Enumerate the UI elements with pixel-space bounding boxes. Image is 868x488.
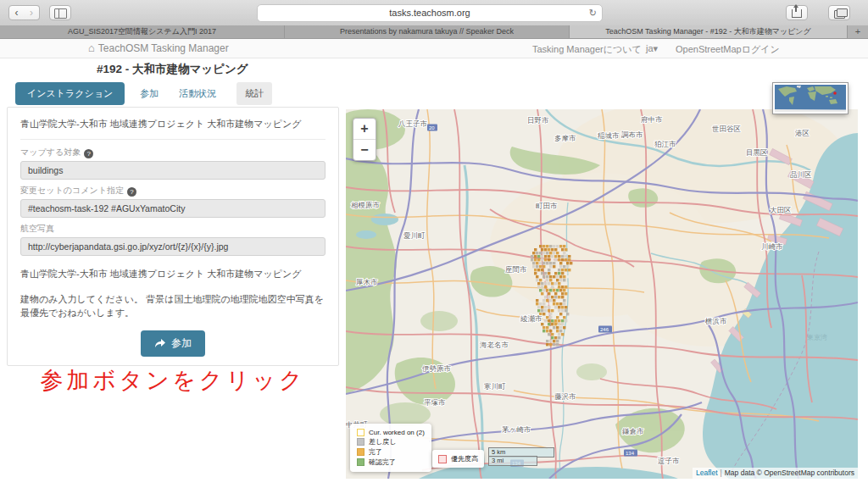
forward-button[interactable]: ›: [24, 5, 40, 20]
svg-text:鎌倉市: 鎌倉市: [622, 427, 644, 435]
project-tabs: インストラクション 参加 活動状況 統計: [15, 82, 272, 104]
question-icon[interactable]: ?: [84, 149, 93, 158]
back-icon: ‹: [15, 7, 19, 19]
address-bar[interactable]: tasks.teachosm.org ↻: [257, 4, 603, 22]
overview-minimap[interactable]: [773, 83, 848, 114]
legend-swatch-worked: [357, 429, 364, 436]
forward-arrow-icon: [154, 339, 165, 348]
new-tab-button[interactable]: +: [848, 25, 868, 38]
osm-attribution-text: Map data © OpenStreetMap contributors: [725, 469, 854, 477]
svg-text:世田谷区: 世田谷区: [712, 125, 741, 133]
nav-language-dropdown[interactable]: ja▾: [646, 43, 658, 54]
site-brand[interactable]: ⌂TeachOSM Tasking Manager: [88, 42, 229, 54]
map-container[interactable]: 13413420246 東京湾 八王子市日野市府中市調布市多摩市稲城市狛江市世田…: [346, 109, 858, 479]
tab-activity[interactable]: 活動状況: [179, 87, 216, 100]
sidebar-icon: [54, 8, 67, 19]
legend-item: 確認完了: [357, 458, 425, 467]
project-intro: 青山学院大学-大和市 地域連携プロジェクト 大和市建物マッピング: [20, 118, 326, 130]
field-label-entities: マップする対象?: [20, 147, 326, 158]
question-icon[interactable]: ?: [127, 187, 136, 197]
svg-text:狛江市: 狛江市: [654, 140, 676, 148]
world-map-icon: [775, 85, 846, 112]
field-label-changeset: 変更セットのコメント指定?: [20, 185, 326, 197]
chevron-down-icon: ▾: [654, 43, 659, 53]
map-zoom-control: + −: [353, 118, 376, 161]
svg-text:調布市: 調布市: [621, 130, 643, 139]
share-icon: [792, 9, 802, 18]
share-button[interactable]: [786, 5, 808, 20]
svg-text:府中市: 府中市: [641, 115, 663, 124]
nav-login-link[interactable]: OpenStreetMapログイン: [676, 43, 780, 56]
browser-tabstrip: AGU_SIS2017空間情報システム入門I 2017 Presentation…: [0, 25, 868, 39]
brand-label: TeachOSM Tasking Manager: [98, 42, 229, 54]
browser-tab-active[interactable]: TeachOSM Tasking Manager - #192 - 大和市建物マ…: [570, 25, 848, 38]
svg-text:愛川町: 愛川町: [403, 231, 426, 240]
sidebar-button[interactable]: [49, 5, 71, 20]
svg-text:逗子市: 逗子市: [658, 457, 680, 465]
screenshot-root: ‹ › tasks.teachosm.org ↻ AGU_SIS2017空間情報…: [0, 0, 868, 488]
join-label: 参加: [171, 336, 192, 351]
legend-swatch-done: [357, 448, 364, 456]
leaflet-link[interactable]: Leaflet: [696, 469, 718, 477]
priority-swatch: [438, 455, 447, 463]
instruction-paragraph-2: 建物のみ入力してください。 背景は国土地理院の地理院地図空中写真を最優先でおねが…: [20, 292, 326, 320]
svg-text:平塚市: 平塚市: [424, 398, 446, 407]
svg-text:目黒区: 目黒区: [746, 148, 768, 157]
url-text: tasks.teachosm.org: [389, 8, 470, 18]
field-label-imagery: 航空写真: [20, 223, 326, 235]
site-header: ⌂TeachOSM Tasking Manager Tasking Manage…: [0, 39, 868, 58]
svg-text:東京湾: 東京湾: [807, 334, 827, 341]
svg-text:246: 246: [600, 327, 609, 332]
back-button[interactable]: ‹: [8, 5, 25, 20]
entities-field[interactable]: buildings: [20, 161, 326, 180]
join-button[interactable]: 参加: [141, 330, 205, 357]
zoom-out-button[interactable]: −: [353, 140, 376, 160]
tab-overview-icon: [834, 10, 845, 19]
svg-text:藤沢市: 藤沢市: [554, 392, 576, 401]
svg-text:寒川町: 寒川町: [484, 382, 506, 391]
scale-mi: 3 mi: [488, 456, 537, 466]
map-attribution: Leaflet|Map data © OpenStreetMap contrib…: [693, 468, 858, 479]
imagery-url-field[interactable]: http://cyberjapandata.gsi.go.jp/xyz/ort/…: [20, 237, 326, 256]
reload-icon[interactable]: ↻: [589, 5, 597, 21]
divider: [20, 139, 326, 140]
svg-text:海老名市: 海老名市: [480, 341, 509, 349]
legend-swatch-validated: [357, 458, 364, 466]
svg-text:多摩市: 多摩市: [554, 134, 576, 142]
map-scale-control: 5 km 3 mi: [488, 447, 554, 467]
svg-text:横浜市: 横浜市: [704, 317, 727, 325]
svg-text:日野市: 日野市: [527, 116, 549, 125]
legend-item: Cur. worked on (2): [357, 429, 425, 436]
legend-swatch-invalidated: [357, 438, 364, 446]
svg-text:伊勢原市: 伊勢原市: [422, 364, 452, 373]
nav-about-link[interactable]: Tasking Managerについて: [532, 43, 642, 56]
browser-tab-2[interactable]: Presentations by nakamura takuya // Spea…: [285, 25, 570, 38]
svg-text:八王子市: 八王子市: [398, 119, 428, 128]
svg-text:20: 20: [429, 125, 435, 130]
home-icon: ⌂: [88, 42, 95, 54]
svg-text:茅ヶ崎市: 茅ヶ崎市: [502, 425, 531, 434]
instruction-paragraph-1: 青山学院大学-大和市 地域連携プロジェクト 大和市建物マッピング: [20, 267, 326, 281]
tab-stats[interactable]: 統計: [236, 82, 272, 105]
priority-label: 優先度高: [451, 454, 478, 463]
svg-text:稲城市: 稲城市: [598, 131, 620, 140]
tab-contribute[interactable]: 参加: [140, 87, 159, 100]
forward-icon: ›: [30, 7, 33, 19]
svg-text:大田区: 大田区: [770, 206, 792, 214]
browser-tab-1[interactable]: AGU_SIS2017空間情報システム入門I 2017: [0, 25, 285, 38]
zoom-in-button[interactable]: +: [353, 119, 376, 140]
legend-item: 完了: [357, 447, 425, 457]
svg-text:134: 134: [626, 451, 635, 456]
browser-toolbar: ‹ › tasks.teachosm.org ↻: [0, 0, 868, 26]
svg-text:品川区: 品川区: [790, 170, 812, 179]
lang-label: ja: [646, 43, 654, 53]
tab-instructions[interactable]: インストラクション: [15, 82, 125, 105]
svg-text:川崎市: 川崎市: [761, 242, 783, 251]
svg-text:綾瀬市: 綾瀬市: [520, 314, 542, 323]
changeset-comment-field[interactable]: #teachosm-task-192 #AGUxYamatoCity: [20, 199, 326, 218]
svg-text:港区: 港区: [795, 129, 810, 137]
svg-text:相模原市: 相模原市: [351, 201, 381, 209]
slide-annotation-text: 参加ボタンをクリック: [20, 365, 326, 396]
tab-overview-button[interactable]: [828, 5, 850, 20]
svg-text:町田市: 町田市: [536, 202, 558, 210]
